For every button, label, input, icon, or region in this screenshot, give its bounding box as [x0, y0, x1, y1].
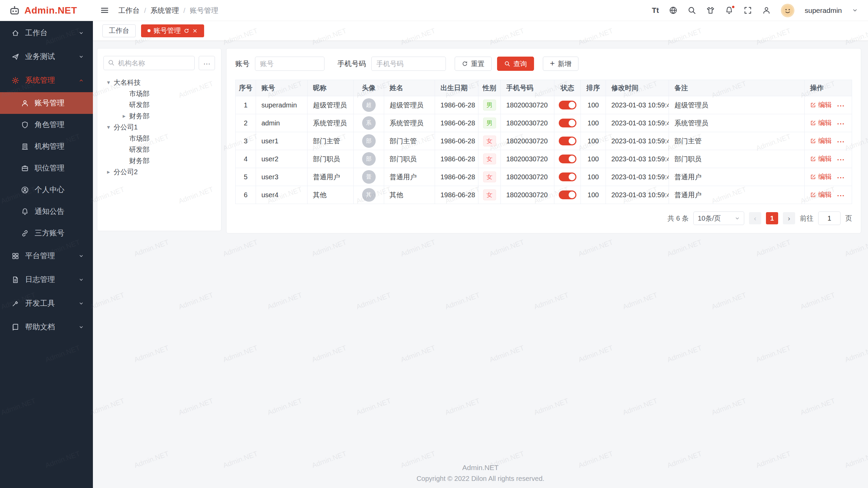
page-number-1[interactable]: 1: [766, 212, 778, 224]
tree-node-label: 市场部: [129, 89, 150, 98]
toggle-knob: [569, 138, 575, 144]
status-toggle[interactable]: [559, 101, 576, 109]
caret-right-icon[interactable]: ▸: [103, 168, 114, 176]
gender-tag: 男: [483, 118, 496, 128]
sidebar-subitem-account-management[interactable]: 账号管理: [0, 92, 93, 114]
page-size-select[interactable]: 10条/页: [693, 211, 744, 225]
sidebar-item-system-management[interactable]: 系统管理: [0, 68, 93, 92]
next-page-button[interactable]: ›: [783, 212, 795, 224]
cell-actions: 编辑···: [805, 96, 852, 114]
row-avatar: 部: [362, 134, 376, 148]
tree-node[interactable]: ▾大名科技: [103, 77, 215, 88]
cell-account: user1: [256, 132, 308, 150]
edit-button[interactable]: 编辑: [810, 172, 832, 181]
caret-down-icon[interactable]: ▾: [103, 79, 114, 86]
status-toggle[interactable]: [559, 137, 576, 145]
chevron-down-icon: [78, 54, 84, 60]
cell-sort: 100: [581, 114, 606, 132]
search-icon[interactable]: [688, 6, 696, 15]
prev-page-button[interactable]: ‹: [749, 212, 761, 224]
tab-account-management[interactable]: 账号管理: [141, 24, 204, 37]
tree-node[interactable]: 市场部: [103, 88, 215, 99]
gender-tag: 女: [483, 154, 496, 164]
tree-node[interactable]: ▸财务部: [103, 110, 215, 122]
sidebar-item-platform-management[interactable]: 平台管理: [0, 244, 93, 268]
goto-page-input[interactable]: [818, 211, 841, 225]
phone-input[interactable]: [371, 57, 446, 71]
breadcrumb-item[interactable]: 账号管理: [190, 6, 218, 15]
cell-gender: 女: [478, 186, 501, 204]
edit-icon: [810, 102, 816, 108]
avatar[interactable]: [781, 4, 794, 17]
sidebar-item-business-test[interactable]: 业务测试: [0, 45, 93, 68]
sidebar-subitem-role-management[interactable]: 角色管理: [0, 114, 93, 136]
org-search-input[interactable]: [103, 56, 195, 70]
language-globe-icon[interactable]: [669, 6, 677, 15]
active-tab-dot: [147, 29, 151, 32]
sidebar-item-log-management[interactable]: 日志管理: [0, 268, 93, 291]
status-toggle[interactable]: [559, 155, 576, 163]
sidebar-subitem-third-party-account[interactable]: 三方账号: [0, 222, 93, 244]
tab-workbench[interactable]: 工作台: [102, 24, 136, 37]
sidebar-subitem-notice[interactable]: 通知公告: [0, 201, 93, 222]
search-icon: [108, 59, 115, 67]
row-more-button[interactable]: ···: [837, 174, 845, 181]
add-button[interactable]: + 新增: [543, 57, 578, 71]
menu-collapse-icon[interactable]: [100, 6, 109, 15]
font-size-icon[interactable]: Tt: [652, 6, 659, 15]
sidebar-item-dev-tools[interactable]: 开发工具: [0, 291, 93, 315]
sidebar-item-workbench[interactable]: 工作台: [0, 21, 93, 45]
reset-button[interactable]: 重置: [455, 57, 492, 71]
edit-button[interactable]: 编辑: [810, 136, 832, 145]
sidebar: 工作台业务测试系统管理账号管理角色管理机构管理职位管理个人中心通知公告三方账号平…: [0, 21, 93, 488]
cell-birth-date: 1986-06-28: [435, 114, 478, 132]
edit-button[interactable]: 编辑: [810, 100, 832, 109]
theme-skin-icon[interactable]: [706, 6, 715, 15]
tree-node[interactable]: ▸分公司2: [103, 166, 215, 178]
sidebar-subitem-org-management[interactable]: 机构管理: [0, 136, 93, 157]
status-toggle[interactable]: [559, 172, 576, 181]
tree-node[interactable]: 财务部: [103, 155, 215, 166]
tree-more-button[interactable]: ···: [199, 56, 215, 70]
edit-button[interactable]: 编辑: [810, 118, 832, 127]
app-logo[interactable]: Admin.NET: [0, 0, 93, 21]
sidebar-subitem-position-management[interactable]: 职位管理: [0, 157, 93, 179]
username[interactable]: superadmin: [805, 6, 842, 15]
breadcrumb-item[interactable]: 系统管理: [151, 6, 179, 15]
sidebar-subitem-personal-center[interactable]: 个人中心: [0, 179, 93, 201]
tree-node[interactable]: 研发部: [103, 144, 215, 155]
briefcase-icon: [21, 164, 29, 172]
refresh-icon[interactable]: [184, 28, 189, 34]
row-more-button[interactable]: ···: [837, 138, 845, 145]
sidebar-item-help-docs[interactable]: 帮助文档: [0, 315, 93, 339]
row-more-button[interactable]: ···: [837, 102, 845, 109]
caret-down-icon[interactable]: ▾: [103, 124, 114, 131]
search-button[interactable]: 查询: [497, 57, 534, 71]
gender-tag: 男: [483, 100, 496, 110]
account-input[interactable]: [255, 57, 324, 71]
row-more-button[interactable]: ···: [837, 156, 845, 163]
column-header-actions: 操作: [805, 80, 852, 96]
gender-tag: 女: [483, 189, 496, 200]
tree-node[interactable]: 市场部: [103, 133, 215, 144]
cell-remark: 超级管理员: [669, 96, 805, 114]
cell-avatar: 部: [354, 150, 384, 168]
fullscreen-icon[interactable]: [744, 6, 752, 15]
edit-label: 编辑: [818, 190, 832, 199]
user-settings-icon[interactable]: [762, 6, 771, 15]
edit-button[interactable]: 编辑: [810, 190, 832, 199]
notification-bell-icon[interactable]: [725, 6, 733, 15]
edit-button[interactable]: 编辑: [810, 154, 832, 163]
gender-tag: 女: [483, 136, 496, 146]
breadcrumb-item[interactable]: 工作台: [118, 6, 140, 15]
row-more-button[interactable]: ···: [837, 120, 845, 127]
row-more-button[interactable]: ···: [837, 192, 845, 199]
tree-node[interactable]: ▾分公司1: [103, 122, 215, 133]
caret-right-icon[interactable]: ▸: [119, 113, 129, 120]
tree-node[interactable]: 研发部: [103, 99, 215, 110]
column-header-account: 账号: [256, 80, 308, 96]
chevron-down-icon[interactable]: [852, 7, 858, 13]
status-toggle[interactable]: [559, 190, 576, 199]
close-icon[interactable]: [192, 28, 198, 34]
status-toggle[interactable]: [559, 119, 576, 127]
